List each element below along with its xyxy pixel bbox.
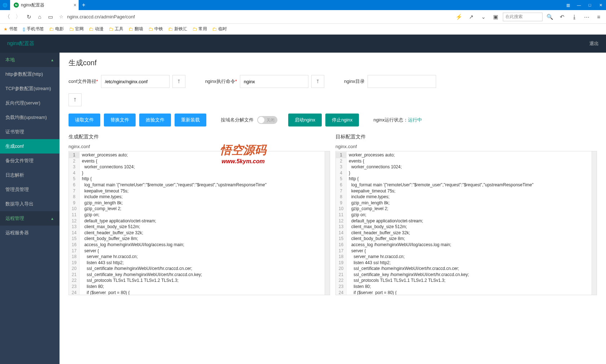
translate-icon[interactable]: ▣: [491, 12, 501, 22]
sidebar-item[interactable]: 证书管理: [0, 125, 60, 139]
logout-button[interactable]: 退出: [589, 40, 599, 47]
generated-config-editor[interactable]: 123456789101112131415161718192021222324 …: [69, 151, 330, 295]
sidebar-item[interactable]: 反向代理(server): [0, 96, 60, 110]
app-icon: 🌐: [0, 0, 10, 10]
folder-icon: 🗀: [109, 26, 113, 32]
bookmarks-bar: ★书签 ▯手机书签 🗀电影 🗀官网 🗀动漫 🗀工具 🗀翻墙 🗀中铁 🗀新铁汇 🗀…: [0, 24, 606, 35]
flash-icon[interactable]: ⚡: [454, 12, 464, 22]
target-config-filename: nginx.conf: [335, 144, 597, 149]
star-icon: ★: [4, 27, 8, 32]
main-content: 生成conf conf文件路径* ⤒ nginx执行命令* ⤒ nginx目录 …: [60, 53, 606, 364]
folder-icon: 🗀: [168, 26, 173, 32]
folder-icon: 🗀: [69, 26, 74, 32]
switch-knob: [258, 117, 264, 123]
bookmark-item[interactable]: 🗀翻墙: [128, 26, 143, 32]
nginx-dir-label: nginx目录: [344, 78, 365, 85]
sidebar: 本地 ▲ http参数配置(http)TCP参数配置(stream)反向代理(s…: [0, 53, 60, 364]
sidebar-item[interactable]: 生成conf: [0, 139, 60, 154]
new-tab-button[interactable]: +: [79, 2, 89, 8]
bookmark-item[interactable]: 🗀临时: [212, 26, 227, 32]
bookmark-item[interactable]: 🗀电影: [49, 26, 64, 32]
more-icon[interactable]: ⋯: [581, 12, 592, 22]
sidebar-item[interactable]: 远程服务器: [0, 226, 60, 240]
maximize-button[interactable]: □: [584, 0, 595, 10]
reload-button[interactable]: 重新装载: [175, 114, 206, 126]
code-content[interactable]: worker_processes auto; events { worker_c…: [80, 151, 325, 295]
sidebar-toggle-icon[interactable]: ▥: [563, 0, 574, 10]
read-file-button[interactable]: 读取文件: [69, 114, 100, 126]
exec-cmd-label: nginx执行命令*: [205, 78, 237, 85]
chevron-up-icon: ▲: [50, 217, 54, 221]
split-by-domain-switch[interactable]: 关闭: [257, 116, 277, 124]
generated-config-title: 生成配置文件: [69, 134, 330, 140]
sidebar-item[interactable]: 负载均衡(upstream): [0, 110, 60, 125]
bookmark-item[interactable]: 🗀新铁汇: [168, 26, 187, 32]
folder-icon: 🗀: [192, 26, 197, 32]
generated-config-filename: nginx.conf: [69, 144, 330, 149]
download-icon[interactable]: ⭳: [569, 12, 579, 22]
folder-icon: 🗀: [212, 26, 217, 32]
minimize-button[interactable]: —: [574, 0, 584, 10]
tab-close-icon[interactable]: ×: [74, 2, 76, 8]
bookmark-item[interactable]: ▯手机书签: [23, 26, 44, 32]
nginx-dir-input[interactable]: [368, 75, 436, 88]
folder-icon: 🗀: [89, 26, 93, 32]
window-controls: ▥ — □ ✕: [563, 0, 606, 10]
sidebar-group-remote[interactable]: 远程管理 ▲: [0, 211, 60, 226]
verify-file-button[interactable]: 效验文件: [139, 114, 171, 126]
folder-icon: 🗀: [148, 26, 153, 32]
nginx-status-label: nginx运行状态：运行中: [373, 117, 422, 123]
sidebar-item[interactable]: 备份文件管理: [0, 154, 60, 168]
chevron-down-icon[interactable]: ⌄: [478, 12, 488, 22]
reading-button[interactable]: ▭: [45, 12, 56, 22]
url-bar[interactable]: ☆ nginx.craccd.cn/adminPage/conf: [56, 12, 453, 22]
close-window-button[interactable]: ✕: [595, 0, 606, 10]
start-nginx-button[interactable]: 启动nginx: [288, 114, 322, 126]
tab-favicon: N: [14, 3, 19, 8]
refresh-button[interactable]: ↻: [24, 12, 34, 22]
sidebar-item[interactable]: TCP参数配置(stream): [0, 81, 60, 96]
search-icon[interactable]: 🔍: [545, 12, 555, 22]
forward-button[interactable]: 〉: [13, 12, 23, 22]
sidebar-group-local[interactable]: 本地 ▲: [0, 53, 60, 67]
conf-path-upload-button[interactable]: ⤒: [172, 75, 185, 88]
browser-tab[interactable]: N nginx配置器 ×: [10, 0, 79, 10]
conf-path-input[interactable]: [101, 75, 170, 88]
bookmark-item[interactable]: 🗀官网: [69, 26, 84, 32]
code-content[interactable]: worker_processes auto; events { worker_c…: [347, 151, 592, 295]
bookmark-item[interactable]: ★书签: [4, 26, 18, 32]
sidebar-item[interactable]: 日志解析: [0, 168, 60, 182]
back-button[interactable]: 〈: [2, 12, 12, 22]
exec-cmd-upload-button[interactable]: ⤒: [311, 75, 324, 88]
bookmark-item[interactable]: 🗀常用: [192, 26, 207, 32]
menu-icon[interactable]: ≡: [594, 12, 604, 22]
bookmark-star-icon[interactable]: ☆: [59, 14, 63, 19]
home-button[interactable]: ⌂: [35, 12, 45, 22]
sidebar-item[interactable]: http参数配置(http): [0, 67, 60, 81]
nginx-dir-upload-button[interactable]: ⤒: [69, 93, 82, 106]
target-config-pane: 目标配置文件 nginx.conf 1234567891011121314151…: [335, 134, 597, 295]
sidebar-item[interactable]: 数据导入导出: [0, 197, 60, 211]
bookmark-item[interactable]: 🗀中铁: [148, 26, 163, 32]
browser-titlebar: 🌐 N nginx配置器 × + ▥ — □ ✕: [0, 0, 606, 10]
replace-file-button[interactable]: 替换文件: [104, 114, 136, 126]
nginx-status-value: 运行中: [408, 117, 422, 123]
folder-icon: 🗀: [49, 26, 54, 32]
line-numbers: 123456789101112131415161718192021222324: [69, 151, 80, 295]
bookmark-item[interactable]: 🗀工具: [109, 26, 123, 32]
scrollbar-vertical[interactable]: [592, 151, 597, 295]
browser-search-input[interactable]: 在此搜索: [503, 13, 543, 21]
conf-path-label: conf文件路径*: [69, 78, 98, 85]
sidebar-item[interactable]: 管理员管理: [0, 182, 60, 197]
share-icon[interactable]: ↗: [466, 12, 476, 22]
target-config-editor[interactable]: 123456789101112131415161718192021222324 …: [335, 151, 597, 295]
stop-nginx-button[interactable]: 停止nginx: [325, 114, 359, 126]
chevron-up-icon: ▲: [50, 58, 54, 62]
undo-icon[interactable]: ↶: [557, 12, 567, 22]
tab-title: nginx配置器: [21, 2, 44, 8]
app-header: nginx配置器 退出: [0, 35, 606, 53]
exec-cmd-input[interactable]: [240, 75, 308, 88]
bookmark-icon: ▯: [23, 27, 25, 32]
bookmark-item[interactable]: 🗀动漫: [89, 26, 104, 32]
scrollbar-vertical[interactable]: [325, 151, 330, 295]
